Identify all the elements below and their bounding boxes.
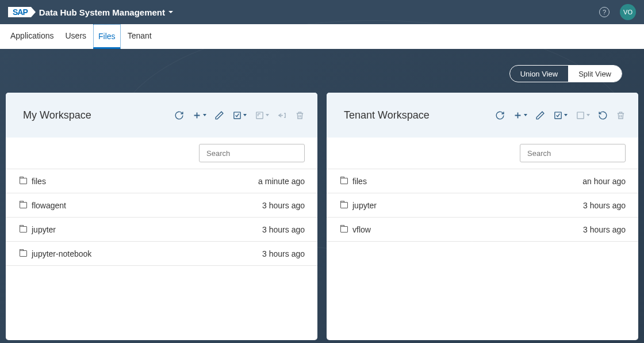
add-icon[interactable] (513, 110, 527, 120)
chevron-down-icon (524, 114, 527, 116)
refresh-icon[interactable] (174, 110, 184, 120)
add-icon[interactable] (192, 110, 206, 120)
panel-header: My Workspace (6, 93, 317, 138)
delete-icon (616, 110, 626, 120)
folder-icon (340, 202, 348, 208)
edit-icon[interactable] (214, 110, 224, 120)
file-time: 3 hours ago (262, 225, 305, 234)
content: Union View Split View My Workspace (0, 49, 644, 343)
chevron-down-icon (243, 114, 247, 116)
file-time: 3 hours ago (262, 249, 305, 258)
import-icon[interactable] (553, 110, 568, 120)
tab-files[interactable]: Files (93, 24, 121, 49)
search-box (199, 144, 305, 162)
panel-title: My Workspace (23, 109, 91, 121)
folder-icon (20, 226, 27, 233)
svg-rect-9 (577, 112, 584, 118)
table-row[interactable]: filesa minute ago (6, 169, 317, 193)
search-input[interactable] (527, 149, 624, 158)
chevron-down-icon (168, 11, 173, 13)
tenant-workspace-panel: Tenant Workspace (327, 93, 638, 340)
panel-title: Tenant Workspace (344, 109, 430, 121)
file-name: jupyter (32, 225, 56, 234)
table-row[interactable]: vflow3 hours ago (327, 218, 638, 242)
folder-icon (340, 226, 348, 233)
table-row[interactable]: jupyter3 hours ago (6, 218, 317, 242)
file-time: 3 hours ago (262, 201, 305, 210)
file-time: 3 hours ago (583, 225, 626, 234)
folder-icon (20, 178, 27, 184)
file-list: filesan hour agojupyter3 hours agovflow3… (327, 169, 638, 242)
sap-logo: SAP (8, 7, 31, 17)
file-name: files (32, 177, 46, 186)
share-icon (277, 110, 287, 120)
chevron-down-icon (586, 114, 590, 116)
chevron-down-icon (564, 114, 568, 116)
folder-icon (20, 202, 27, 208)
view-toggle: Union View Split View (509, 65, 622, 82)
file-name: flowagent (32, 201, 66, 210)
search-row (327, 138, 638, 169)
delete-icon (295, 110, 305, 120)
tab-applications[interactable]: Applications (6, 24, 59, 49)
edit-icon[interactable] (535, 110, 545, 120)
import-icon[interactable] (232, 110, 247, 120)
topbar: SAP Data Hub System Management ? VO (0, 0, 644, 24)
app-title-dropdown[interactable]: Data Hub System Management (39, 7, 173, 17)
avatar[interactable]: VO (620, 4, 636, 20)
chevron-down-icon (203, 114, 206, 116)
folder-icon (340, 178, 348, 184)
tabbar: Applications Users Files Tenant (0, 24, 644, 49)
tab-tenant[interactable]: Tenant (123, 24, 156, 49)
file-name: jupyter (352, 201, 377, 210)
table-row[interactable]: jupyter3 hours ago (327, 193, 638, 218)
search-box (520, 144, 626, 162)
help-icon[interactable]: ? (599, 7, 610, 17)
table-row[interactable]: filesan hour ago (327, 169, 638, 193)
chevron-down-icon (266, 114, 269, 116)
panel-header: Tenant Workspace (327, 93, 638, 138)
folder-icon (20, 250, 27, 257)
split-view-button[interactable]: Split View (568, 66, 622, 82)
union-view-button[interactable]: Union View (510, 66, 569, 82)
file-time: a minute ago (258, 177, 305, 186)
table-row[interactable]: jupyter-notebook3 hours ago (6, 242, 317, 266)
search-input[interactable] (206, 149, 303, 158)
file-list: filesa minute agoflowagent3 hours agojup… (6, 169, 317, 266)
file-time: 3 hours ago (583, 201, 626, 210)
table-row[interactable]: flowagent3 hours ago (6, 193, 317, 218)
export-icon (576, 110, 590, 120)
search-row (6, 138, 317, 169)
file-time: an hour ago (582, 177, 626, 186)
file-name: files (352, 177, 367, 186)
toolbar (174, 110, 305, 120)
file-name: jupyter-notebook (32, 249, 91, 258)
app-title-label: Data Hub System Management (39, 7, 165, 17)
file-name: vflow (352, 225, 371, 234)
revert-icon[interactable] (598, 110, 608, 120)
export-icon (255, 110, 269, 120)
refresh-icon[interactable] (495, 110, 505, 120)
my-workspace-panel: My Workspace (6, 93, 317, 340)
toolbar (495, 110, 626, 120)
tab-users[interactable]: Users (61, 24, 91, 49)
